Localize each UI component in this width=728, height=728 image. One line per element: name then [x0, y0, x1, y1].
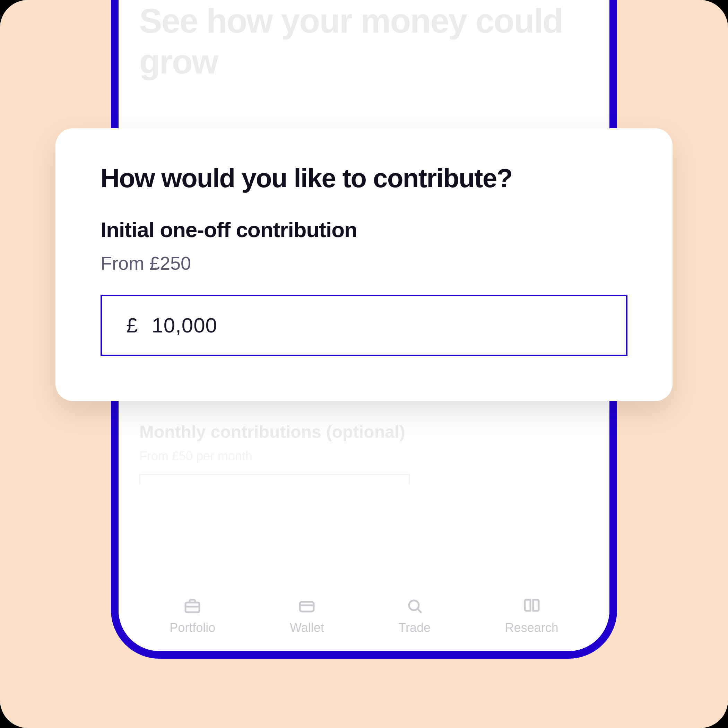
initial-amount-field[interactable]: £ — [101, 295, 627, 356]
nav-item-research[interactable]: Research — [505, 598, 558, 635]
nav-label: Research — [505, 621, 558, 635]
initial-amount-input[interactable] — [151, 314, 602, 337]
monthly-heading: Monthly contributions (optional) — [139, 422, 589, 442]
nav-item-wallet[interactable]: Wallet — [290, 598, 324, 635]
nav-label: Wallet — [290, 621, 324, 635]
page-title: See how your money could grow — [139, 1, 589, 82]
initial-contribution-subtext: From £250 — [101, 252, 627, 274]
monthly-input[interactable] — [139, 474, 410, 484]
contribution-modal: How would you like to contribute? Initia… — [55, 128, 673, 401]
modal-title: How would you like to contribute? — [101, 163, 627, 193]
nav-label: Portfolio — [170, 621, 215, 635]
svg-rect-1 — [300, 602, 314, 612]
initial-contribution-heading: Initial one-off contribution — [101, 217, 627, 242]
nav-label: Trade — [398, 621, 431, 635]
app-container: See how your money could grow Monthly co… — [0, 0, 728, 728]
monthly-contributions-section: Monthly contributions (optional) From £5… — [139, 422, 589, 484]
monthly-subtext: From £50 per month — [139, 449, 589, 463]
wallet-icon — [297, 598, 317, 614]
nav-item-trade[interactable]: Trade — [398, 598, 431, 635]
nav-item-portfolio[interactable]: Portfolio — [170, 598, 215, 635]
briefcase-icon — [183, 598, 202, 614]
bottom-nav: Portfolio Wallet Trade — [119, 582, 609, 651]
book-icon — [522, 598, 541, 614]
search-icon — [405, 598, 424, 614]
currency-symbol: £ — [126, 314, 138, 337]
